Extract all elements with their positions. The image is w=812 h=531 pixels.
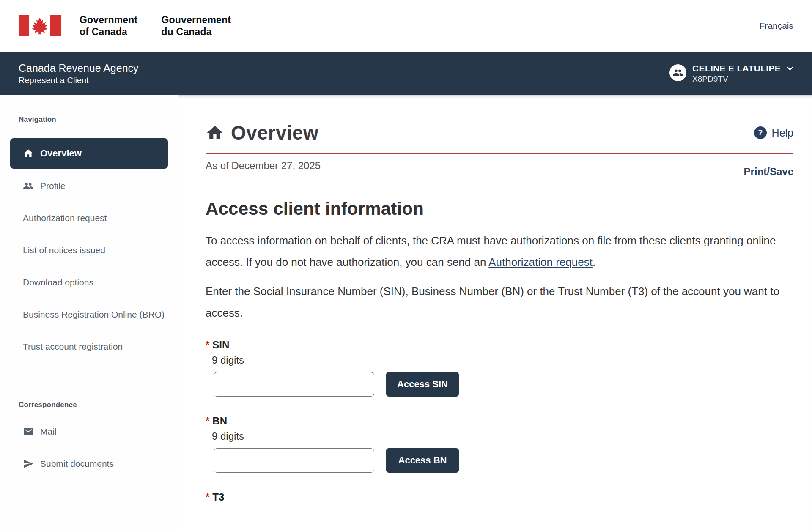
agency-name: Canada Revenue Agency xyxy=(19,61,139,75)
sidebar-item-trust-account-registration[interactable]: Trust account registration xyxy=(10,340,168,353)
bn-input[interactable] xyxy=(214,448,374,473)
sidebar-item-submit-documents[interactable]: Submit documents xyxy=(10,457,168,470)
correspondence-heading: Correspondence xyxy=(19,401,168,409)
goc-brand: Government of Canada Gouvernement du Can… xyxy=(19,14,231,38)
home-icon xyxy=(206,123,224,142)
as-of-date: As of December 27, 2025 xyxy=(206,160,321,172)
app-name: Represent a Client xyxy=(19,75,139,86)
sidebar: Navigation Overview Profile Authorizatio… xyxy=(0,95,178,531)
send-icon xyxy=(23,458,34,469)
app-titles: Canada Revenue Agency Represent a Client xyxy=(19,61,139,86)
sidebar-item-label: List of notices issued xyxy=(23,244,105,257)
sidebar-item-mail[interactable]: Mail xyxy=(10,425,168,438)
mail-icon xyxy=(23,426,34,437)
correspondence-list: Mail Submit documents xyxy=(10,425,168,470)
required-marker: * xyxy=(206,415,209,427)
sidebar-item-download-options[interactable]: Download options xyxy=(10,276,168,289)
home-icon xyxy=(23,148,34,159)
canada-flag-icon xyxy=(19,15,61,36)
sin-label: * SIN xyxy=(206,339,793,351)
page: Government of Canada Gouvernement du Can… xyxy=(0,0,812,531)
gov-header: Government of Canada Gouvernement du Can… xyxy=(0,0,812,52)
sidebar-item-label: Download options xyxy=(23,276,93,289)
sidebar-item-label: Profile xyxy=(40,180,66,192)
t3-field-group: * T3 xyxy=(206,491,793,503)
user-meta: CELINE E LATULIPE X8PD9TV xyxy=(692,63,793,84)
sidebar-item-label: Overview xyxy=(40,147,82,160)
sidebar-item-profile[interactable]: Profile xyxy=(10,180,168,192)
print-save-link[interactable]: Print/Save xyxy=(744,166,793,178)
field-label-text: T3 xyxy=(212,491,224,503)
user-avatar-icon xyxy=(669,64,686,81)
language-toggle-link[interactable]: Français xyxy=(759,21,793,31)
sidebar-item-label: Trust account registration xyxy=(23,340,123,353)
brand-english: Government of Canada xyxy=(80,14,137,38)
help-link[interactable]: ? Help xyxy=(754,126,793,139)
intro-paragraph: To access information on behalf of clien… xyxy=(206,230,793,273)
sidebar-item-label: Submit documents xyxy=(40,457,114,470)
rep-id: X8PD9TV xyxy=(692,74,793,84)
page-title: Overview xyxy=(231,121,318,144)
intro-text-end: . xyxy=(593,256,595,268)
sin-input[interactable] xyxy=(214,372,374,397)
user-name: CELINE E LATULIPE xyxy=(692,63,781,74)
sidebar-item-label: Authorization request xyxy=(23,212,107,224)
bn-hint: 9 digits xyxy=(212,430,793,442)
required-marker: * xyxy=(206,491,209,503)
instructions-paragraph: Enter the Social Insurance Number (SIN),… xyxy=(206,281,793,324)
sidebar-divider xyxy=(12,381,170,381)
sin-hint: 9 digits xyxy=(212,354,793,366)
people-icon xyxy=(23,181,34,192)
sin-field-group: * SIN 9 digits Access SIN xyxy=(206,339,793,397)
chevron-down-icon xyxy=(787,66,793,71)
app-bar: Canada Revenue Agency Represent a Client… xyxy=(0,52,812,95)
sidebar-item-label: Business Registration Online (BRO) xyxy=(23,308,165,321)
nav-heading: Navigation xyxy=(19,115,168,124)
help-icon: ? xyxy=(754,126,767,139)
sidebar-item-business-registration-online[interactable]: Business Registration Online (BRO) xyxy=(10,308,168,321)
bn-label: * BN xyxy=(206,415,793,427)
access-bn-button[interactable]: Access BN xyxy=(386,448,459,473)
brand-french: Gouvernement du Canada xyxy=(161,14,231,38)
help-label: Help xyxy=(772,127,793,139)
authorization-request-link[interactable]: Authorization request xyxy=(488,256,593,268)
title-divider xyxy=(206,153,793,154)
user-menu[interactable]: CELINE E LATULIPE X8PD9TV xyxy=(669,63,793,84)
required-marker: * xyxy=(206,339,209,351)
sidebar-item-label: Mail xyxy=(40,425,57,438)
nav-list: Overview Profile Authorization request L… xyxy=(10,138,168,353)
access-sin-button[interactable]: Access SIN xyxy=(386,372,459,397)
sidebar-item-overview[interactable]: Overview xyxy=(10,138,168,169)
field-label-text: SIN xyxy=(212,339,229,351)
main-content: Overview ? Help As of December 27, 2025 … xyxy=(178,95,812,531)
sidebar-item-authorization-request[interactable]: Authorization request xyxy=(10,212,168,224)
field-label-text: BN xyxy=(212,415,227,427)
body: Navigation Overview Profile Authorizatio… xyxy=(0,95,812,531)
sidebar-item-list-of-notices[interactable]: List of notices issued xyxy=(10,244,168,257)
bn-field-group: * BN 9 digits Access BN xyxy=(206,415,793,473)
section-title: Access client information xyxy=(206,199,793,219)
t3-label: * T3 xyxy=(206,491,793,503)
access-client-form: * SIN 9 digits Access SIN * BN 9 digits xyxy=(206,339,793,503)
